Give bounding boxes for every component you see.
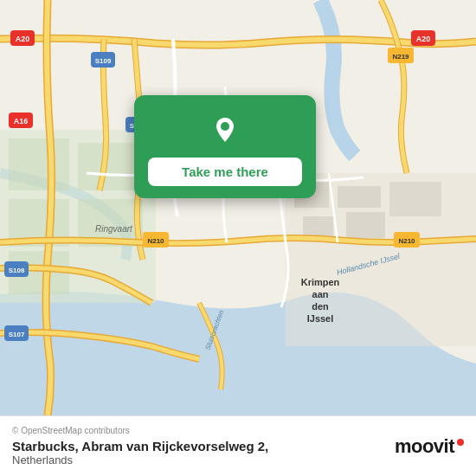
location-pin-icon: [206, 111, 244, 149]
svg-text:A20: A20: [416, 35, 431, 43]
svg-text:N210: N210: [147, 237, 164, 245]
svg-rect-11: [346, 212, 385, 238]
svg-rect-9: [338, 186, 381, 208]
svg-point-41: [221, 122, 229, 131]
svg-text:N219: N219: [392, 53, 409, 61]
moovit-logo: moovit: [395, 435, 464, 458]
map-container: A20 A20 A16 S109 S108 S107 N210 N210 N21…: [0, 0, 476, 415]
svg-rect-12: [389, 182, 441, 216]
svg-text:Krimpen: Krimpen: [301, 277, 340, 287]
location-address: Starbucks, Abram van Rijckevorselweg 2,: [12, 439, 268, 453]
moovit-dot-icon: [457, 439, 464, 446]
svg-text:N210: N210: [398, 237, 415, 245]
svg-text:S108: S108: [9, 267, 25, 274]
svg-text:Ringvaart: Ringvaart: [95, 224, 133, 234]
location-country: Netherlands: [12, 453, 268, 466]
svg-text:IJssel: IJssel: [307, 313, 334, 324]
take-me-there-button[interactable]: Take me there: [148, 158, 302, 186]
info-left: © OpenStreetMap contributors Starbucks, …: [12, 426, 268, 466]
svg-text:aan: aan: [312, 289, 329, 299]
popup-card[interactable]: Take me there: [134, 95, 316, 198]
map-copyright: © OpenStreetMap contributors: [12, 426, 268, 435]
moovit-brand-name: moovit: [395, 435, 454, 458]
map-svg: A20 A20 A16 S109 S108 S107 N210 N210 N21…: [0, 0, 476, 415]
svg-text:S107: S107: [9, 331, 25, 338]
svg-text:A20: A20: [16, 35, 30, 43]
info-bar: © OpenStreetMap contributors Starbucks, …: [0, 415, 476, 476]
svg-text:den: den: [312, 301, 329, 312]
svg-text:S109: S109: [95, 57, 112, 65]
svg-text:A16: A16: [14, 117, 29, 125]
svg-rect-2: [9, 138, 69, 190]
